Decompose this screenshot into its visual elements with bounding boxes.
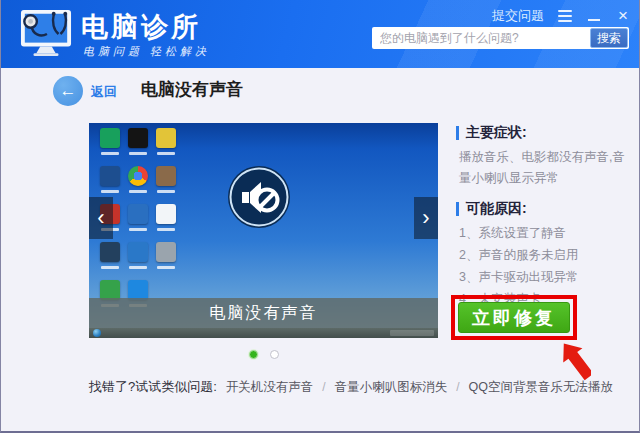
app-window: 电脑诊所 电脑问题 轻松解决 提交问题 × 搜索 ← 返回 电脑没有声音 bbox=[0, 0, 640, 433]
similar-links: 开关机没有声音/音量小喇叭图标消失/QQ空间背景音乐无法播放 bbox=[226, 379, 613, 396]
similar-question-link[interactable]: 开关机没有声音 bbox=[226, 379, 314, 396]
problem-screenshot: ‹ › 电脑没有声音 bbox=[89, 123, 438, 338]
app-logo-icon bbox=[17, 7, 75, 59]
causes-title: 可能原因: bbox=[466, 200, 527, 218]
carousel-next-button[interactable]: › bbox=[414, 197, 438, 239]
section-bar bbox=[456, 202, 459, 216]
carousel-dots bbox=[89, 345, 438, 363]
similar-questions-row: 找错了?试试类似问题: 开关机没有声音/音量小喇叭图标消失/QQ空间背景音乐无法… bbox=[89, 378, 613, 396]
header: 电脑诊所 电脑问题 轻松解决 提交问题 × 搜索 bbox=[1, 0, 639, 68]
minimize-icon[interactable] bbox=[586, 8, 602, 24]
similar-question-link[interactable]: 音量小喇叭图标消失 bbox=[335, 379, 448, 396]
submit-question-link[interactable]: 提交问题 bbox=[492, 7, 544, 25]
annotation-highlight-box: 立即修复 bbox=[451, 295, 577, 340]
back-arrow-icon: ← bbox=[60, 81, 77, 101]
symptoms-text: 播放音乐、电影都没有声音,音量小喇叭显示异常 bbox=[459, 147, 627, 189]
symptoms-section-header: 主要症状: bbox=[456, 124, 527, 142]
section-bar bbox=[456, 126, 459, 140]
screenshot-taskbar bbox=[89, 328, 438, 338]
desktop-icon bbox=[124, 166, 152, 204]
search-input[interactable] bbox=[372, 27, 595, 49]
causes-section-header: 可能原因: bbox=[456, 200, 527, 218]
desktop-icon bbox=[152, 204, 180, 242]
search-button[interactable]: 搜索 bbox=[590, 28, 628, 48]
fix-now-button[interactable]: 立即修复 bbox=[458, 302, 570, 333]
desktop-icon bbox=[152, 166, 180, 204]
cause-item: 1、系统设置了静音 bbox=[459, 222, 578, 244]
desktop-icon bbox=[96, 242, 124, 280]
app-tagline: 电脑问题 轻松解决 bbox=[83, 44, 210, 59]
desktop-icon bbox=[124, 204, 152, 242]
close-icon[interactable]: × bbox=[615, 8, 631, 24]
cause-item: 2、声音的服务未启用 bbox=[459, 244, 578, 266]
carousel-dot[interactable] bbox=[270, 350, 279, 359]
desktop-icon bbox=[96, 128, 124, 166]
menu-icon[interactable] bbox=[557, 8, 573, 24]
similar-questions-prompt: 找错了?试试类似问题: bbox=[89, 378, 217, 396]
desktop-icon bbox=[152, 128, 180, 166]
link-separator: / bbox=[456, 380, 459, 394]
screenshot-caption: 电脑没有声音 bbox=[89, 298, 438, 328]
symptoms-title: 主要症状: bbox=[466, 124, 527, 142]
carousel-prev-button[interactable]: ‹ bbox=[89, 197, 113, 239]
back-button[interactable]: ← bbox=[53, 76, 83, 106]
desktop-icon bbox=[124, 242, 152, 280]
search-bar: 搜索 bbox=[372, 27, 629, 49]
similar-question-link[interactable]: QQ空间背景音乐无法播放 bbox=[469, 379, 613, 396]
app-title: 电脑诊所 bbox=[81, 9, 201, 45]
desktop-icon bbox=[152, 242, 180, 280]
cause-item: 3、声卡驱动出现异常 bbox=[459, 266, 578, 288]
muted-speaker-icon bbox=[227, 165, 291, 229]
carousel-dot[interactable] bbox=[249, 350, 258, 359]
start-orb-icon bbox=[93, 329, 101, 337]
system-tray bbox=[390, 330, 434, 336]
desktop-icon bbox=[124, 128, 152, 166]
link-separator: / bbox=[322, 380, 325, 394]
page-title: 电脑没有声音 bbox=[141, 78, 243, 101]
back-label[interactable]: 返回 bbox=[91, 83, 117, 101]
